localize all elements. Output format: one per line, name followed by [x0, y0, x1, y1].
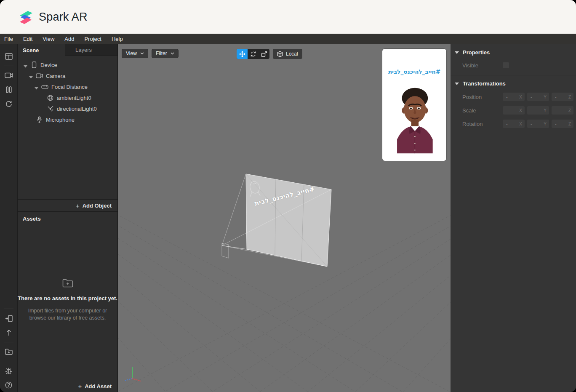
expand-arrow-icon[interactable]	[29, 74, 33, 78]
left-toolbar	[0, 44, 18, 392]
properties-section-header[interactable]: Properties	[451, 44, 576, 59]
tab-layers[interactable]: Layers	[65, 44, 117, 56]
view-dropdown[interactable]: View	[122, 49, 148, 58]
tab-scene[interactable]: Scene	[18, 44, 65, 56]
send-to-device-icon[interactable]	[0, 311, 18, 325]
rotation-x-field[interactable]: -X	[503, 120, 525, 128]
axis-label: Y	[544, 108, 547, 113]
tree-item-device[interactable]: Device	[18, 59, 117, 70]
scene-panel-tabs: Scene Layers	[18, 44, 117, 56]
tree-indent	[40, 107, 44, 111]
menu-item-project[interactable]: Project	[84, 36, 101, 42]
transformations-section-header[interactable]: Transformations	[451, 75, 576, 90]
scale-z-field[interactable]: -Z	[552, 106, 573, 115]
tree-indent	[29, 117, 33, 122]
tree-item-directionallight0[interactable]: directionalLight0	[18, 103, 117, 114]
axis-label: X	[519, 122, 522, 126]
tree-item-label: Camera	[46, 73, 65, 79]
add-folder-icon[interactable]	[0, 344, 18, 359]
preview-face-image	[382, 79, 446, 161]
axis-fields: -X-Y-Z	[503, 93, 573, 101]
assets-panel-title: Assets	[18, 212, 117, 222]
add-asset-button[interactable]: + Add Asset	[18, 380, 117, 392]
spark-ar-logo-icon	[18, 9, 34, 25]
transform-row-scale: Scale-X-Y-Z	[451, 104, 576, 117]
transform-label: Rotation	[462, 121, 503, 127]
assets-empty-description: Import files from your computer or brows…	[18, 307, 117, 322]
scale-x-field[interactable]: -X	[503, 106, 525, 115]
viewport-3d[interactable]: #חייב_להיכנס_לבית View Filter	[118, 44, 451, 392]
transform-label: Position	[462, 94, 503, 100]
plus-icon: +	[78, 383, 82, 390]
preview-hashtag-text: #חייב_להיכנס_לבית	[382, 68, 446, 75]
simulator-preview[interactable]: #חייב_להיכנס_לבית	[382, 49, 446, 161]
axis-label: Z	[568, 95, 571, 99]
collapse-triangle-icon	[455, 83, 459, 85]
tree-item-label: ambientLight0	[57, 95, 91, 101]
menu-item-help[interactable]: Help	[112, 36, 123, 42]
scene-plane[interactable]	[246, 174, 451, 392]
tree-item-camera[interactable]: Camera	[18, 70, 117, 81]
add-object-button[interactable]: + Add Object	[18, 199, 117, 211]
expand-arrow-icon[interactable]	[35, 85, 39, 89]
field-value: -	[555, 94, 557, 99]
expand-arrow-icon[interactable]	[24, 63, 28, 67]
help-icon[interactable]	[0, 378, 18, 392]
transform-label: Scale	[462, 107, 503, 114]
local-space-button[interactable]: Local	[273, 49, 302, 59]
menu-item-add[interactable]: Add	[64, 36, 74, 42]
chevron-down-icon	[171, 52, 174, 55]
menu-bar: FileEditViewAddProjectHelp	[0, 34, 576, 44]
field-value: -	[531, 121, 532, 126]
assets-panel: Assets There are no assets in this proje…	[18, 211, 117, 380]
split-view-icon[interactable]	[0, 83, 18, 97]
move-tool-button[interactable]	[237, 49, 248, 59]
scale-tool-button[interactable]	[259, 49, 269, 59]
directional-light-icon	[47, 105, 54, 112]
properties-panel: Properties Visible Transformations Posit…	[451, 44, 576, 392]
move-tool-icon	[239, 51, 245, 57]
collapse-triangle-icon	[455, 51, 459, 54]
transform-row-rotation: Rotation-X-Y-Z	[451, 117, 576, 131]
camera-icon[interactable]	[0, 68, 18, 83]
ambient-light-icon	[47, 94, 54, 101]
field-value: -	[555, 121, 557, 126]
device-icon	[30, 61, 37, 69]
position-x-field[interactable]: -X	[503, 93, 525, 101]
assets-empty-title: There are no assets in this project yet.	[18, 295, 117, 301]
menu-item-view[interactable]: View	[43, 36, 54, 42]
tree-item-microphone[interactable]: Microphone	[18, 114, 117, 125]
field-value: -	[531, 108, 532, 113]
rotation-y-field[interactable]: -Y	[527, 120, 549, 128]
upload-icon[interactable]	[0, 325, 18, 340]
field-value: -	[506, 94, 508, 99]
scene-tree: DeviceCameraFocal DistanceambientLight0d…	[18, 56, 117, 199]
microphone-icon	[36, 116, 43, 123]
rotation-z-field[interactable]: -Z	[552, 120, 573, 128]
visible-label: Visible	[462, 62, 503, 69]
visible-checkbox[interactable]	[503, 62, 509, 68]
field-value: -	[531, 94, 532, 99]
debug-icon[interactable]	[0, 363, 18, 378]
panels-icon[interactable]	[0, 49, 18, 64]
axis-label: Z	[568, 122, 571, 126]
axis-gizmo-icon	[125, 367, 141, 381]
rotate-tool-button[interactable]	[248, 49, 259, 59]
field-value: -	[506, 108, 508, 113]
axis-label: Z	[568, 108, 571, 113]
tree-item-label: directionalLight0	[57, 106, 97, 112]
restart-icon[interactable]	[0, 97, 18, 111]
scale-y-field[interactable]: -Y	[527, 106, 549, 115]
menu-item-file[interactable]: File	[4, 36, 13, 42]
menu-item-edit[interactable]: Edit	[23, 36, 32, 42]
tree-item-focal-distance[interactable]: Focal Distance	[18, 81, 117, 92]
scene-assets-panel: Scene Layers DeviceCameraFocal Distancea…	[18, 44, 118, 392]
tree-item-ambientlight0[interactable]: ambientLight0	[18, 92, 117, 103]
camera-object-icon	[36, 72, 43, 80]
axis-label: X	[519, 108, 522, 113]
add-object-label: Add Object	[83, 203, 112, 209]
app-title: Spark AR	[39, 11, 88, 24]
filter-dropdown[interactable]: Filter	[152, 49, 179, 58]
position-y-field[interactable]: -Y	[527, 93, 549, 101]
position-z-field[interactable]: -Z	[552, 93, 573, 101]
